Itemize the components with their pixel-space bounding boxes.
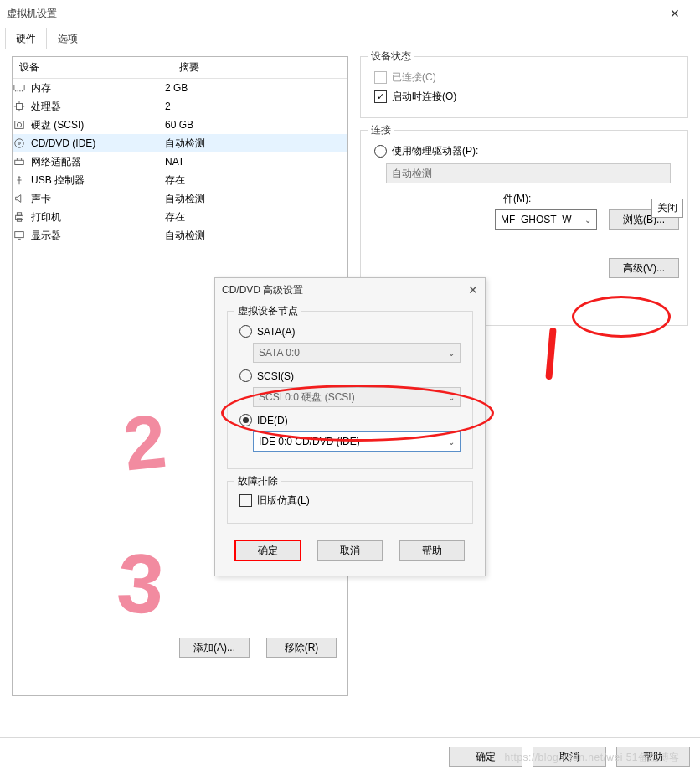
col-device[interactable]: 设备 — [13, 57, 172, 78]
device-summary: NAT — [165, 156, 184, 168]
dialog-cancel-button[interactable]: 取消 — [317, 540, 383, 561]
device-summary: 2 — [165, 101, 171, 112]
col-summary[interactable]: 摘要 — [172, 57, 347, 78]
label-connected: 已连接(C) — [392, 70, 436, 85]
device-row[interactable]: USB 控制器存在 — [13, 171, 347, 189]
advanced-dialog: CD/DVD 高级设置 ✕ 虚拟设备节点 SATA(A) SATA 0:0⌄ S — [214, 277, 486, 576]
svg-point-5 — [18, 142, 21, 145]
chevron-down-icon: ⌄ — [584, 215, 591, 225]
combo-ide[interactable]: IDE 0:0 CD/DVD (IDE)⌄ — [253, 431, 461, 452]
device-summary: 60 GB — [165, 119, 193, 131]
chevron-down-icon: ⌄ — [448, 349, 455, 358]
radio-scsi[interactable] — [239, 369, 252, 382]
memory-icon — [13, 81, 26, 95]
svg-rect-8 — [17, 213, 21, 216]
chevron-down-icon: ⌄ — [448, 437, 455, 447]
cancel-button[interactable]: 取消 — [533, 747, 606, 767]
device-row[interactable]: 显示器自动检测 — [13, 226, 347, 245]
device-summary: 存在 — [165, 210, 185, 225]
device-name: 处理器 — [31, 100, 61, 114]
usb-icon — [13, 173, 26, 187]
device-row[interactable]: 声卡自动检测 — [13, 189, 347, 208]
dialog-title: CD/DVD 高级设置 — [222, 283, 303, 297]
cpu-icon — [13, 100, 26, 113]
hdd-icon — [13, 118, 26, 132]
svg-point-3 — [17, 122, 21, 127]
svg-rect-1 — [17, 104, 23, 110]
svg-point-4 — [15, 139, 24, 148]
device-name: 声卡 — [31, 192, 51, 206]
group-virtual-node: 虚拟设备节点 SATA(A) SATA 0:0⌄ SCSI(S) SCSI 0:… — [227, 311, 473, 469]
radio-physical-drive[interactable] — [374, 145, 387, 158]
add-button[interactable]: 添加(A)... — [179, 638, 250, 658]
cd-icon — [13, 137, 26, 150]
dialog-help-button[interactable]: 帮助 — [399, 540, 465, 561]
group-legend-trouble: 故障排除 — [234, 474, 281, 488]
group-legend-connection: 连接 — [368, 123, 394, 137]
device-name: 网络适配器 — [31, 155, 81, 169]
device-name: USB 控制器 — [31, 173, 85, 188]
label-ide: IDE(D) — [257, 415, 288, 426]
label-sata: SATA(A) — [257, 326, 296, 338]
svg-rect-0 — [14, 85, 24, 90]
svg-rect-10 — [15, 232, 24, 238]
dialog-ok-button[interactable]: 确定 — [235, 540, 301, 561]
device-summary: 2 GB — [165, 82, 188, 94]
device-row[interactable]: 内存2 GB — [13, 79, 347, 97]
combo-sata-value: SATA 0:0 — [259, 347, 300, 359]
device-row[interactable]: CD/DVD (IDE)自动检测 — [13, 134, 347, 152]
device-row[interactable]: 网络适配器NAT — [13, 152, 347, 171]
combo-ide-value: IDE 0:0 CD/DVD (IDE) — [259, 436, 360, 447]
checkbox-connected — [374, 71, 387, 84]
device-row[interactable]: 硬盘 (SCSI)60 GB — [13, 116, 347, 134]
ok-button[interactable]: 确定 — [449, 747, 522, 767]
help-button[interactable]: 帮助 — [616, 747, 690, 767]
net-icon — [13, 155, 26, 168]
group-troubleshoot: 故障排除 旧版仿真(L) — [227, 481, 473, 524]
combo-iso-value: MF_GHOST_W — [501, 214, 572, 225]
svg-rect-6 — [15, 160, 24, 164]
device-summary: 自动检测 — [165, 192, 205, 206]
device-summary: 自动检测 — [165, 137, 205, 151]
sound-icon — [13, 192, 26, 205]
device-name: CD/DVD (IDE) — [31, 137, 95, 149]
close-badge[interactable]: 关闭 — [651, 199, 683, 218]
combo-physical-drive: 自动检测 — [386, 163, 671, 183]
device-row[interactable]: 打印机存在 — [13, 208, 347, 226]
label-scsi: SCSI(S) — [257, 370, 294, 382]
chevron-down-icon: ⌄ — [448, 393, 455, 402]
label-iso-file-tail: 件(M): — [503, 193, 531, 204]
close-icon[interactable]: ✕ — [656, 7, 693, 20]
remove-button[interactable]: 移除(R) — [266, 638, 337, 658]
device-name: 硬盘 (SCSI) — [31, 118, 84, 132]
window-title: 虚拟机设置 — [7, 7, 656, 21]
combo-scsi-value: SCSI 0:0 硬盘 (SCSI) — [259, 390, 355, 405]
annotation-number-3: 3 — [114, 534, 167, 633]
tab-options[interactable]: 选项 — [47, 28, 89, 49]
tab-hardware[interactable]: 硬件 — [5, 28, 47, 49]
combo-sata: SATA 0:0⌄ — [253, 343, 461, 363]
checkbox-legacy-emulation[interactable] — [239, 494, 252, 507]
combo-iso-file[interactable]: MF_GHOST_W ⌄ — [495, 209, 597, 230]
device-name: 内存 — [31, 81, 51, 96]
label-connect-on-start: 启动时连接(O) — [392, 90, 456, 104]
device-name: 打印机 — [31, 210, 61, 225]
combo-scsi: SCSI 0:0 硬盘 (SCSI)⌄ — [253, 387, 461, 407]
radio-ide[interactable] — [239, 414, 252, 426]
checkbox-connect-on-start[interactable] — [374, 90, 387, 103]
group-legend-node: 虚拟设备节点 — [234, 304, 301, 318]
device-row[interactable]: 处理器2 — [13, 97, 347, 116]
label-legacy-emulation: 旧版仿真(L) — [257, 493, 310, 508]
display-icon — [13, 229, 26, 242]
dialog-close-icon[interactable]: ✕ — [468, 283, 478, 297]
group-device-status: 设备状态 已连接(C) 启动时连接(O) — [360, 56, 688, 118]
device-summary: 存在 — [165, 173, 185, 188]
printer-icon — [13, 210, 26, 224]
advanced-button[interactable]: 高级(V)... — [609, 258, 679, 278]
combo-physical-value: 自动检测 — [392, 167, 432, 181]
radio-sata[interactable] — [239, 325, 252, 338]
annotation-number-2: 2 — [120, 398, 171, 488]
tabstrip: 硬件 选项 — [0, 27, 700, 49]
device-name: 显示器 — [31, 229, 61, 243]
label-physical-drive: 使用物理驱动器(P): — [392, 144, 478, 158]
